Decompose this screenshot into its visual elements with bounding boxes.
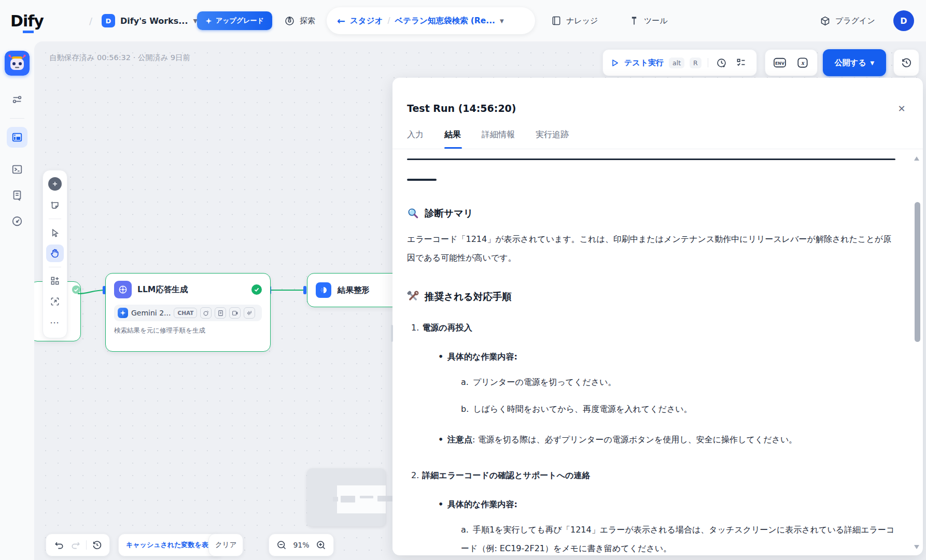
- steps-heading-text: 推奨される対応手順: [425, 290, 512, 303]
- app-name[interactable]: ベテラン知恵袋検索 (Re...: [395, 16, 495, 26]
- breadcrumb-slash: /: [89, 0, 92, 41]
- tools-nav[interactable]: ツール: [629, 0, 668, 41]
- test-run-toolbar: テスト実行 alt R: [602, 49, 757, 76]
- substep-text: 手順1を実行しても再び「1214」エラーが表示される場合は、タッチスクリーンに表…: [461, 525, 894, 553]
- toolbar-divider: [708, 58, 708, 67]
- rail-item-orchestrate[interactable]: [7, 127, 27, 148]
- scroll-down-arrow[interactable]: [914, 545, 919, 549]
- upgrade-button[interactable]: アップグレード: [197, 11, 272, 30]
- left-rail: [0, 41, 34, 560]
- svg-text:ENV: ENV: [775, 61, 784, 66]
- llm-node-title: LLM応答生成: [137, 284, 246, 295]
- run-history-button[interactable]: [714, 55, 729, 70]
- zoom-out-button[interactable]: [274, 538, 289, 552]
- clear-button[interactable]: クリア: [208, 534, 243, 556]
- workspace-selector[interactable]: D Dify's Works... ▼: [102, 0, 198, 41]
- tab-result[interactable]: 結果: [444, 130, 461, 149]
- env-toolbar: ENV x: [765, 49, 818, 76]
- bullet-label: 具体的な作業内容:: [447, 352, 517, 362]
- plugins-nav[interactable]: プラグイン: [820, 0, 875, 41]
- step-bullet: 具体的な作業内容:: [407, 497, 895, 512]
- node-llm[interactable]: LLM応答生成 Gemini 2... CHAT 検索結果を元: [105, 273, 271, 352]
- step-substep-a: a.プリンターの電源を切ってください。: [407, 373, 895, 392]
- tab-tracing[interactable]: 実行追跡: [536, 130, 569, 149]
- substep-marker: b.: [461, 404, 469, 414]
- minimap-node: [360, 496, 373, 498]
- scrollbar-thumb[interactable]: [915, 202, 920, 342]
- panel-title: Test Run (14:56:20): [407, 103, 516, 114]
- summary-heading-text: 診断サマリ: [425, 207, 473, 220]
- summary-text: エラーコード「1214」が表示されています。これは、印刷中またはメンテナンス動作…: [407, 230, 895, 267]
- rail-item-terminal[interactable]: [7, 159, 27, 180]
- terminal-icon: [11, 164, 23, 175]
- publish-label: 公開する: [835, 58, 866, 68]
- note-text: : 電源を切る際は、必ずプリンターの電源ボタンを使用し、安全に操作してください。: [472, 435, 797, 444]
- explore-nav[interactable]: 探索: [284, 0, 315, 41]
- close-icon[interactable]: ✕: [895, 102, 908, 115]
- sliders-icon: [11, 94, 23, 105]
- knowledge-nav[interactable]: ナレッジ: [551, 0, 598, 41]
- chevron-down-icon[interactable]: ▼: [500, 18, 504, 24]
- test-run-button[interactable]: テスト実行: [624, 58, 664, 68]
- canvas-tool-palette: ⋯: [43, 170, 67, 338]
- knowledge-label: ナレッジ: [566, 16, 598, 26]
- publish-button[interactable]: 公開する ▼: [823, 49, 886, 76]
- substep-marker: a.: [461, 525, 469, 535]
- tab-detail[interactable]: 詳細情報: [482, 130, 515, 149]
- hand-tool-button[interactable]: [46, 245, 64, 262]
- tab-input[interactable]: 入力: [407, 130, 424, 149]
- step-2: 2.詳細エラーコードの確認とサポートへの連絡 具体的な作業内容: a.手順1を実…: [407, 470, 895, 560]
- add-note-button[interactable]: [46, 196, 64, 214]
- user-avatar[interactable]: D: [893, 0, 914, 41]
- checklist-button[interactable]: [734, 55, 749, 70]
- substep-marker: a.: [461, 377, 469, 387]
- key-alt-badge: alt: [669, 58, 684, 68]
- panel-resize-handle[interactable]: [391, 325, 393, 342]
- knowledge-icon: [551, 16, 562, 26]
- minimap[interactable]: [307, 468, 386, 526]
- undo-redo-toolbar: [46, 534, 110, 556]
- toolbar-divider: [86, 540, 87, 550]
- model-selector[interactable]: Gemini 2... CHAT: [114, 305, 262, 321]
- scroll-up-arrow[interactable]: [914, 156, 919, 161]
- minimap-viewport: [337, 485, 386, 513]
- key-r-badge: R: [690, 58, 701, 68]
- minimap-node: [333, 497, 338, 501]
- step-number: 1.: [411, 323, 419, 333]
- preferences-button[interactable]: [7, 89, 27, 110]
- magnifier-icon: [407, 207, 419, 219]
- back-arrow-icon[interactable]: ←: [337, 15, 345, 26]
- step-note: 注意点: 電源を切る際は、必ずプリンターの電源ボタンを使用し、安全に操作してくだ…: [407, 432, 895, 448]
- step-substep-a: a.手順1を実行しても再び「1214」エラーが表示される場合は、タッチスクリーン…: [407, 521, 895, 558]
- redo-button[interactable]: [68, 538, 83, 552]
- zoom-in-button[interactable]: [314, 538, 328, 552]
- sparkle-icon: [205, 18, 212, 24]
- change-history-button[interactable]: [90, 538, 104, 552]
- bullet-label: 具体的な作業内容:: [447, 499, 517, 509]
- pointer-tool-button[interactable]: [46, 224, 64, 241]
- variable-inspector-button[interactable]: x: [795, 55, 810, 70]
- version-history-button[interactable]: [893, 49, 919, 76]
- breadcrumb-slash: /: [387, 16, 390, 25]
- llm-node-icon: [114, 281, 132, 298]
- palette-divider: [49, 219, 61, 219]
- zoom-level[interactable]: 91%: [293, 541, 309, 549]
- step-substep-b: b.しばらく時間をおいてから、再度電源を入れてください。: [407, 400, 895, 419]
- show-cached-variables-button[interactable]: キャッシュされた変数を表示: [118, 534, 223, 556]
- workspace-badge: D: [102, 14, 115, 27]
- fit-view-button[interactable]: [46, 293, 64, 310]
- app-icon-robot[interactable]: [5, 51, 30, 76]
- top-bar: Dify / D Dify's Works... ▼ アップグレード 探索 ← …: [0, 0, 926, 41]
- play-icon[interactable]: [610, 59, 619, 67]
- studio-link[interactable]: スタジオ: [350, 16, 383, 26]
- undo-button[interactable]: [52, 538, 66, 552]
- rail-item-monitoring[interactable]: [7, 211, 27, 232]
- organize-blocks-button[interactable]: [46, 272, 64, 290]
- env-variables-button[interactable]: ENV: [773, 55, 787, 70]
- rail-item-logs[interactable]: [7, 185, 27, 206]
- dify-logo[interactable]: Dify: [10, 0, 44, 41]
- video-capability-icon: [229, 307, 241, 319]
- step-title: 電源の再投入: [422, 323, 472, 333]
- add-node-button[interactable]: [48, 177, 62, 191]
- more-options-button[interactable]: ⋯: [46, 313, 64, 331]
